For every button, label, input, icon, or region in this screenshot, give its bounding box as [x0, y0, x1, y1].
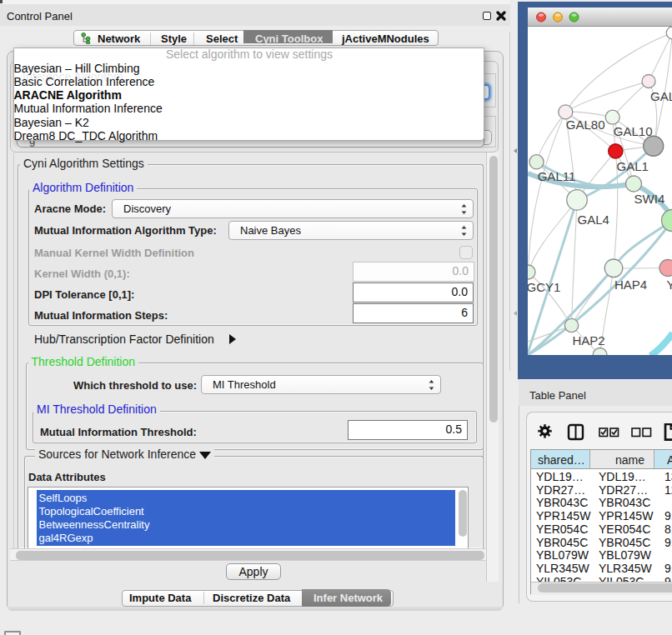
svg-text:GAL7: GAL7 [650, 89, 672, 103]
svg-text:GAL80: GAL80 [566, 118, 605, 132]
svg-text:HAP2: HAP2 [572, 333, 604, 348]
svg-text:GAL11: GAL11 [538, 169, 576, 183]
svg-text:SWI4: SWI4 [634, 192, 665, 206]
svg-text:Y: Y [667, 278, 672, 292]
svg-text:HAP4: HAP4 [614, 278, 647, 292]
svg-text:GAL1: GAL1 [617, 159, 649, 173]
svg-text:GCY1: GCY1 [528, 280, 560, 294]
svg-text:GAL4: GAL4 [578, 212, 609, 227]
svg-text:GAL10: GAL10 [614, 124, 653, 138]
